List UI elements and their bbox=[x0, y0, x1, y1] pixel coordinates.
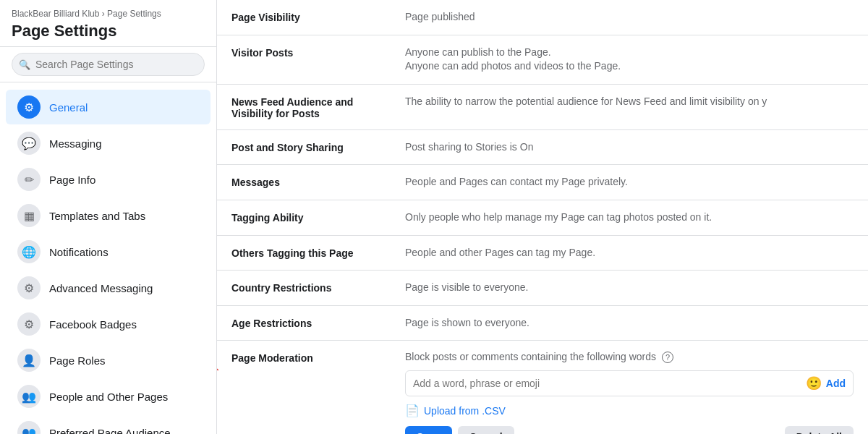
row-label-tagging-ability: Tagging Ability bbox=[231, 210, 405, 224]
settings-content: Page Visibility Page published Visitor P… bbox=[217, 0, 868, 434]
table-row: Others Tagging this Page People and othe… bbox=[217, 236, 868, 271]
sidebar-item-messaging[interactable]: 💬 Messaging bbox=[6, 126, 210, 161]
general-icon: ⚙ bbox=[17, 95, 41, 119]
table-row: Age Restrictions Page is shown to everyo… bbox=[217, 306, 868, 341]
moderation-input-row: 🙂 Add bbox=[405, 370, 854, 396]
templates-icon: ▦ bbox=[17, 204, 41, 227]
table-row: Tagging Ability Only people who help man… bbox=[217, 200, 868, 236]
sidebar-label-facebook-badges: Facebook Badges bbox=[49, 318, 137, 331]
moderation-description: Block posts or comments containing the f… bbox=[405, 351, 854, 363]
sidebar-item-templates-tabs[interactable]: ▦ Templates and Tabs bbox=[6, 198, 210, 233]
moderation-actions: Save Cancel Delete All bbox=[405, 426, 854, 434]
row-value-country-restrictions: Page is visible to everyone. bbox=[405, 281, 854, 295]
visitor-posts-line2: Anyone can add photos and videos to the … bbox=[405, 60, 621, 72]
upload-csv-button[interactable]: 📄 Upload from .CSV bbox=[405, 404, 854, 417]
table-row: Visitor Posts Anyone can publish to the … bbox=[217, 35, 868, 85]
table-row: Post and Story Sharing Post sharing to S… bbox=[217, 130, 868, 166]
people-icon: 👥 bbox=[17, 385, 41, 408]
row-value-age-restrictions: Page is shown to everyone. bbox=[405, 316, 854, 331]
sidebar: BlackBear Billiard Klub › Page Settings … bbox=[0, 0, 217, 434]
row-label-messages: Messages bbox=[231, 175, 405, 188]
delete-all-button[interactable]: Delete All bbox=[785, 426, 854, 434]
cancel-button[interactable]: Cancel bbox=[458, 426, 514, 434]
row-value-news-feed-audience: The ability to narrow the potential audi… bbox=[405, 95, 854, 109]
visitor-posts-line1: Anyone can publish to the Page. bbox=[405, 46, 551, 58]
row-value-tagging-ability: Only people who help manage my Page can … bbox=[405, 210, 854, 225]
page-title: Page Settings bbox=[12, 22, 205, 41]
sidebar-nav: ⚙ General 💬 Messaging ✏ Page Info ▦ Temp… bbox=[0, 82, 216, 434]
sidebar-label-general: General bbox=[49, 101, 88, 114]
sidebar-item-preferred-page-audience[interactable]: 👥 Preferred Page Audience bbox=[6, 415, 210, 434]
save-button[interactable]: Save bbox=[405, 426, 452, 434]
sidebar-label-people-other-pages: People and Other Pages bbox=[49, 391, 168, 403]
moderation-label: Page Moderation bbox=[231, 351, 405, 364]
table-row: Messages People and Pages can contact my… bbox=[217, 165, 868, 200]
notifications-icon: 🌐 bbox=[17, 240, 41, 263]
sidebar-item-facebook-badges[interactable]: ⚙ Facebook Badges bbox=[6, 307, 210, 341]
preferred-audience-icon: 👥 bbox=[17, 421, 41, 434]
sidebar-label-templates-tabs: Templates and Tabs bbox=[49, 210, 145, 222]
row-value-post-story-sharing: Post sharing to Stories is On bbox=[405, 140, 854, 155]
row-value-page-visibility: Page published bbox=[405, 10, 854, 25]
page-info-icon: ✏ bbox=[17, 168, 41, 191]
advanced-messaging-icon: ⚙ bbox=[17, 276, 41, 299]
row-label-page-visibility: Page Visibility bbox=[231, 10, 405, 23]
page-moderation-row: Page Moderation Block posts or comments … bbox=[217, 341, 868, 434]
sidebar-item-advanced-messaging[interactable]: ⚙ Advanced Messaging bbox=[6, 271, 210, 305]
table-row: Page Visibility Page published bbox=[217, 0, 868, 35]
table-row: Country Restrictions Page is visible to … bbox=[217, 271, 868, 306]
sidebar-item-people-other-pages[interactable]: 👥 People and Other Pages bbox=[6, 379, 210, 414]
row-label-news-feed-audience: News Feed Audience and Visibility for Po… bbox=[231, 95, 405, 119]
sidebar-label-preferred-page-audience: Preferred Page Audience bbox=[49, 427, 171, 434]
moderation-word-input[interactable] bbox=[413, 378, 806, 389]
search-input[interactable] bbox=[12, 53, 205, 76]
help-icon[interactable]: ? bbox=[662, 352, 673, 363]
emoji-button[interactable]: 🙂 bbox=[806, 375, 822, 391]
upload-icon: 📄 bbox=[405, 404, 420, 417]
add-word-button[interactable]: Add bbox=[826, 378, 846, 389]
page-roles-icon: 👤 bbox=[17, 349, 41, 372]
row-label-visitor-posts: Visitor Posts bbox=[231, 46, 405, 59]
sidebar-label-notifications: Notifications bbox=[49, 246, 109, 258]
sidebar-label-messaging: Messaging bbox=[49, 137, 102, 150]
messaging-icon: 💬 bbox=[17, 132, 41, 155]
sidebar-item-page-info[interactable]: ✏ Page Info bbox=[6, 162, 210, 197]
row-value-messages: People and Pages can contact my Page pri… bbox=[405, 175, 854, 190]
sidebar-label-advanced-messaging: Advanced Messaging bbox=[49, 282, 153, 294]
moderation-content: Block posts or comments containing the f… bbox=[405, 351, 854, 434]
row-value-others-tagging: People and other Pages can tag my Page. bbox=[405, 246, 854, 260]
main-content: Page Visibility Page published Visitor P… bbox=[217, 0, 868, 434]
sidebar-item-general[interactable]: ⚙ General bbox=[6, 90, 210, 124]
breadcrumb: BlackBear Billiard Klub › Page Settings bbox=[12, 9, 205, 19]
sidebar-label-page-info: Page Info bbox=[49, 174, 95, 186]
sidebar-label-page-roles: Page Roles bbox=[49, 354, 106, 367]
search-icon: 🔍 bbox=[19, 59, 30, 70]
sidebar-item-notifications[interactable]: 🌐 Notifications bbox=[6, 234, 210, 269]
facebook-badges-icon: ⚙ bbox=[17, 312, 41, 336]
row-label-country-restrictions: Country Restrictions bbox=[231, 281, 405, 294]
table-row: News Feed Audience and Visibility for Po… bbox=[217, 85, 868, 130]
sidebar-header: BlackBear Billiard Klub › Page Settings … bbox=[0, 0, 216, 47]
sidebar-item-page-roles[interactable]: 👤 Page Roles bbox=[6, 343, 210, 378]
row-label-others-tagging: Others Tagging this Page bbox=[231, 246, 405, 259]
row-label-post-story-sharing: Post and Story Sharing bbox=[231, 140, 405, 153]
search-container: 🔍 bbox=[0, 47, 216, 82]
row-label-age-restrictions: Age Restrictions bbox=[231, 316, 405, 329]
row-value-visitor-posts: Anyone can publish to the Page. Anyone c… bbox=[405, 46, 854, 74]
